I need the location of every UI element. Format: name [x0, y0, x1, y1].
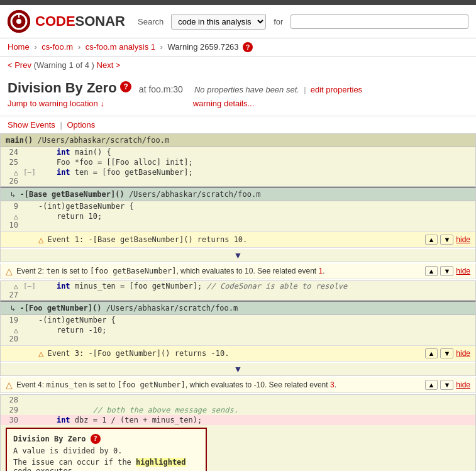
line-30-wrapper: 30 int dbz = 1 / (ten + minus_ten); Divi… — [1, 415, 475, 471]
event-3-controls: ▲ ▼ hide — [425, 348, 470, 358]
main-code-body: 24 int main() { 25 Foo *foo = [[Foo allo… — [1, 147, 475, 186]
line-number: 19 — [1, 316, 23, 324]
line-code: -(int)getBaseNumber { — [36, 202, 475, 211]
event-4-related-link[interactable]: 3 — [330, 380, 335, 389]
base-label: ↳ — [11, 190, 15, 199]
breadcrumb-file[interactable]: cs-foo.m — [42, 42, 73, 52]
getnum-func-name: -[Foo getNumber]() — [19, 304, 101, 313]
tooltip-box: Division By Zero ? A value is divided by… — [6, 428, 207, 471]
event-2-warn-icon: △ — [6, 266, 13, 276]
code-area: main() /Users/abhaskar/scratch/foo.m 24 … — [0, 133, 476, 471]
event-3-banner: △ Event 3: -[Foo getNumber]() returns -1… — [1, 345, 475, 362]
line-code: Foo *foo = [[Foo alloc] init]; — [36, 158, 475, 167]
expand-arrow-2[interactable]: ▼ — [1, 363, 475, 375]
getnum-func-file: /Users/abhaskar/scratch/foo.m — [106, 304, 238, 313]
event-1-down-btn[interactable]: ▼ — [440, 235, 453, 245]
table-row: 28 — [1, 395, 475, 405]
line-code: int minus_ten = [foo getNumber]; // Code… — [36, 282, 475, 291]
event-1-up-btn[interactable]: ▲ — [425, 235, 438, 245]
line-code: return -10; — [36, 326, 475, 335]
event-2-related-link[interactable]: 1 — [319, 267, 323, 275]
table-row: 29 // both the above message sends. — [1, 405, 475, 415]
main-section: main() /Users/abhaskar/scratch/foo.m 24 … — [0, 133, 476, 187]
event-1-text: Event 1: -[Base getBaseNumber]() returns… — [47, 235, 421, 244]
event-2-down-btn[interactable]: ▼ — [440, 266, 453, 276]
logo-area: CODESONAR — [8, 10, 125, 33]
tooltip-highlighted: highlighted — [136, 458, 185, 467]
divider: | — [302, 85, 311, 94]
events-bar: Show Events | Options — [0, 116, 476, 133]
getnum-code-body: 19 -(int)getNumber { △ 20 return -10; △ … — [1, 315, 475, 362]
getnum-label: ↳ — [11, 304, 15, 313]
edit-props-link[interactable]: edit properties — [311, 85, 362, 94]
search-select[interactable]: code in this analysis all code warnings — [171, 14, 266, 30]
table-row: △ 10 return 10; — [1, 211, 475, 230]
bottom-lines: 28 29 // both the above message sends. 3… — [0, 394, 476, 471]
line-code: int ten = [foo getBaseNumber]; — [36, 168, 475, 177]
search-input[interactable] — [291, 14, 468, 29]
event-1-hide-btn[interactable]: hide — [456, 235, 470, 244]
line-27-section: △ 27 [–] int minus_ten = [foo getNumber]… — [0, 280, 476, 301]
event-2-hide-btn[interactable]: hide — [456, 267, 470, 275]
main-func-file: /Users/abhaskar/scratch/foo.m — [38, 136, 170, 145]
line-code: int main() { — [36, 148, 475, 157]
event-2-up-btn[interactable]: ▲ — [425, 266, 438, 276]
line-warn: [–] — [23, 282, 36, 290]
breadcrumb-home[interactable]: Home — [8, 42, 30, 52]
tooltip-title-text: Division By Zero — [13, 435, 86, 443]
event-2-text: Event 2: ten is set to [foo getBaseNumbe… — [16, 267, 421, 275]
logo-text: CODESONAR — [35, 13, 125, 30]
getnum-section: ↳ -[Foo getNumber]() /Users/abhaskar/scr… — [0, 301, 476, 376]
line-warn: [–] — [23, 168, 36, 176]
table-row: 9 -(int)getBaseNumber { — [1, 201, 475, 211]
logo-icon — [8, 10, 30, 33]
tooltip-title: Division By Zero ? — [13, 434, 199, 444]
options-link[interactable]: Options — [67, 120, 96, 130]
event-4-hide-btn[interactable]: hide — [456, 380, 470, 389]
line-27-body: △ 27 [–] int minus_ten = [foo getNumber]… — [1, 281, 475, 300]
event-4-up-btn[interactable]: ▲ — [425, 380, 438, 390]
header: CODESONAR Search code in this analysis a… — [0, 5, 476, 38]
warning-location: at foo.m:30 — [139, 84, 183, 94]
event-1-banner: △ Event 1: -[Base getBaseNumber]() retur… — [1, 231, 475, 248]
warning-badge: ? — [243, 42, 253, 52]
line-code: -(int)getNumber { — [36, 316, 475, 324]
nav-info: (Warning 1 of 4 ) — [34, 60, 97, 70]
event-4-down-btn[interactable]: ▼ — [440, 380, 453, 390]
events-divider: | — [60, 120, 65, 130]
line-number: △ 10 — [1, 212, 23, 230]
line-code: return 10; — [36, 212, 475, 221]
line-number: 9 — [1, 202, 23, 211]
bottom-code-body: 28 29 // both the above message sends. 3… — [1, 395, 475, 471]
jump-link[interactable]: Jump to warning location ↓ — [8, 99, 104, 108]
expand-arrow-1[interactable]: ▼ — [1, 249, 475, 262]
event-3-up-btn[interactable]: ▲ — [425, 348, 438, 358]
table-row: △ 20 return -10; — [1, 325, 475, 344]
line-number: △ 27 — [1, 282, 23, 299]
base-code-body: 9 -(int)getBaseNumber { △ 10 return 10; … — [1, 201, 475, 248]
tooltip-line2-end: code executes. — [13, 467, 77, 471]
base-func-name: -[Base getBaseNumber]() — [19, 190, 124, 199]
line-number: △ 26 — [1, 168, 23, 186]
no-props-text: No properties have been set. — [194, 85, 299, 94]
main-header: main() /Users/abhaskar/scratch/foo.m — [1, 134, 475, 147]
warning-details-link[interactable]: warning details... — [193, 99, 255, 108]
event-4-controls: ▲ ▼ hide — [425, 380, 470, 390]
prev-link[interactable]: < Prev — [8, 60, 31, 70]
tooltip-body-line2: The issue can occur if the highlighted c… — [13, 458, 199, 471]
line-number: △ 20 — [1, 326, 23, 343]
base-section: ↳ -[Base getBaseNumber]() /Users/abhaska… — [0, 187, 476, 262]
show-events-link[interactable]: Show Events — [8, 120, 55, 130]
top-bar — [0, 0, 476, 5]
search-label: Search — [138, 17, 163, 26]
warning-title: Division By Zero — [8, 80, 117, 96]
line-number: 25 — [1, 158, 23, 167]
table-row: 25 Foo *foo = [[Foo alloc] init]; — [1, 157, 475, 167]
event-3-hide-btn[interactable]: hide — [456, 349, 470, 358]
tooltip-badge: ? — [91, 434, 101, 444]
next-link[interactable]: Next > — [97, 60, 121, 70]
table-row: △ 27 [–] int minus_ten = [foo getNumber]… — [1, 281, 475, 300]
breadcrumb-analysis[interactable]: cs-foo.m analysis 1 — [86, 42, 155, 52]
line-code: // both the above message sends. — [36, 406, 475, 414]
event-3-down-btn[interactable]: ▼ — [440, 348, 453, 358]
